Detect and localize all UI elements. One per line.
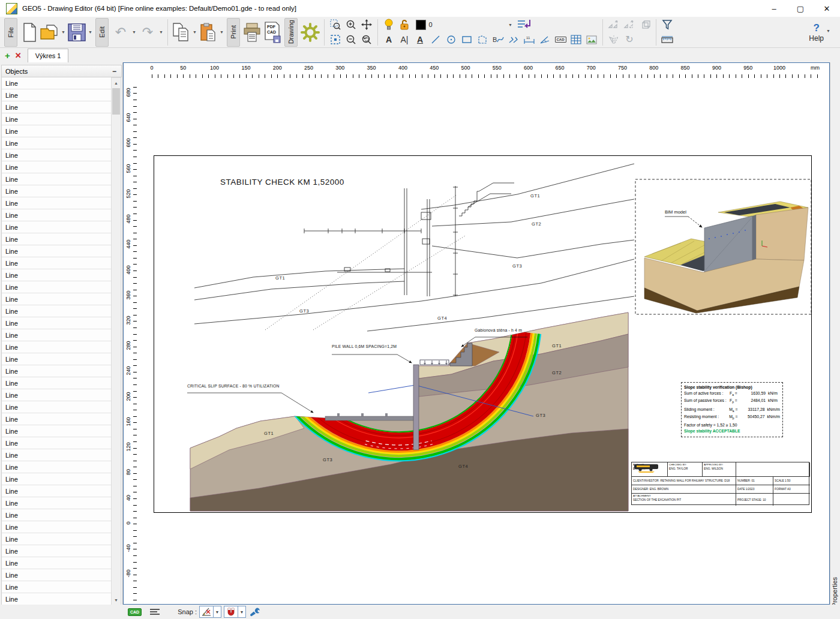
- object-list-item[interactable]: Line: [2, 413, 111, 425]
- object-list-item[interactable]: Line: [2, 473, 111, 485]
- object-list-item[interactable]: Line: [2, 401, 111, 413]
- object-list-item[interactable]: Line: [2, 293, 111, 305]
- scroll-down-icon[interactable]: ▼: [112, 595, 121, 605]
- line-style-icon[interactable]: [150, 608, 161, 616]
- paste-button[interactable]: [198, 19, 218, 46]
- object-list-item[interactable]: Line: [2, 461, 111, 473]
- object-list-item[interactable]: Line: [2, 101, 111, 113]
- help-button[interactable]: ? Help: [809, 22, 824, 43]
- table-tool[interactable]: [568, 32, 584, 47]
- copy-object-icon[interactable]: [606, 17, 622, 32]
- dimension-tool[interactable]: 11: [521, 32, 537, 47]
- scroll-up-icon[interactable]: ▲: [112, 78, 121, 88]
- move-object-icon[interactable]: [622, 17, 637, 32]
- object-list-item[interactable]: Line: [2, 341, 111, 353]
- object-list-item[interactable]: Line: [2, 377, 111, 389]
- measure-ruler-icon[interactable]: [659, 32, 675, 47]
- zoom-previous-icon[interactable]: [359, 32, 374, 47]
- image-tool[interactable]: [584, 32, 599, 47]
- mirror-icon[interactable]: [606, 32, 622, 47]
- object-list-item[interactable]: Line: [2, 137, 111, 149]
- object-list-item[interactable]: Line: [2, 533, 111, 545]
- object-list-item[interactable]: Line: [2, 197, 111, 209]
- object-list-item[interactable]: Line: [2, 545, 111, 557]
- snap-mode-dropdown[interactable]: ▼: [214, 606, 221, 618]
- copy-3d-icon[interactable]: [637, 17, 653, 32]
- object-list-item[interactable]: Line: [2, 185, 111, 197]
- undo-dropdown[interactable]: ▼: [131, 19, 137, 46]
- magnet-snap-button[interactable]: [224, 606, 238, 618]
- object-list-item[interactable]: Line: [2, 77, 111, 89]
- help-dropdown[interactable]: ▼: [825, 22, 832, 40]
- text-tool[interactable]: A: [381, 32, 397, 47]
- object-list-item[interactable]: Line: [2, 89, 111, 101]
- polyline-tool[interactable]: [506, 32, 521, 47]
- object-list-item[interactable]: Line: [2, 281, 111, 293]
- rectangle-tool[interactable]: [459, 32, 475, 47]
- open-dropdown[interactable]: ▼: [60, 19, 67, 46]
- copy-button[interactable]: [171, 19, 191, 46]
- settings-wrench-icon[interactable]: [248, 606, 263, 618]
- rotate-icon[interactable]: ↻: [622, 32, 637, 47]
- tab-vykres-1[interactable]: Výkres 1: [28, 49, 69, 62]
- zoom-out-icon[interactable]: [343, 32, 359, 47]
- style-dropdown[interactable]: ▼: [507, 17, 514, 32]
- close-button[interactable]: ✕: [814, 0, 840, 17]
- drawing-sheet[interactable]: STABILITY CHECK KM 1,52000 GT1GT2GT3GT1G…: [154, 155, 812, 513]
- pan-icon[interactable]: [359, 17, 374, 32]
- object-list-item[interactable]: Line: [2, 389, 111, 401]
- bezier-tool[interactable]: B: [490, 32, 506, 47]
- object-list-item[interactable]: Line: [2, 509, 111, 521]
- object-list-item[interactable]: Line: [2, 209, 111, 221]
- object-list-item[interactable]: Line: [2, 317, 111, 329]
- object-list-item[interactable]: Line: [2, 569, 111, 581]
- cad-mode-icon[interactable]: CAD: [128, 608, 142, 616]
- new-file-button[interactable]: [19, 19, 40, 46]
- object-list-item[interactable]: Line: [2, 425, 111, 437]
- object-list-item[interactable]: Line: [2, 257, 111, 269]
- filter-icon[interactable]: [659, 17, 675, 32]
- line-tool[interactable]: [428, 32, 443, 47]
- zoom-in-icon[interactable]: [343, 17, 359, 32]
- snap-mode-button[interactable]: [199, 606, 214, 618]
- redo-dropdown[interactable]: ▼: [158, 19, 164, 46]
- pdf-cad-export-button[interactable]: PDFCAD: [262, 19, 283, 46]
- print-button[interactable]: [242, 19, 262, 46]
- text-leader-tool[interactable]: A: [412, 32, 428, 47]
- redo-button[interactable]: ↷: [137, 19, 158, 46]
- object-list-item[interactable]: Line: [2, 245, 111, 257]
- object-list-item[interactable]: Line: [2, 497, 111, 509]
- maximize-button[interactable]: ▢: [787, 0, 814, 17]
- objects-scrollbar[interactable]: ▲ ▼: [111, 77, 121, 605]
- layers-import-icon[interactable]: [514, 17, 534, 32]
- object-list-item[interactable]: Line: [2, 305, 111, 317]
- object-list-item[interactable]: Line: [2, 173, 111, 185]
- scrollbar-thumb[interactable]: [112, 88, 120, 115]
- zoom-extents-icon[interactable]: [328, 32, 343, 47]
- open-file-button[interactable]: [40, 19, 60, 46]
- angle-dimension-tool[interactable]: [537, 32, 553, 47]
- drawing-canvas[interactable]: 0501001502002503003504004505005506006507…: [123, 62, 830, 605]
- object-list-item[interactable]: Line: [2, 557, 111, 569]
- object-list-item[interactable]: Line: [2, 437, 111, 449]
- object-list-item[interactable]: Line: [2, 149, 111, 161]
- copy-dropdown[interactable]: ▼: [191, 19, 198, 46]
- text-edit-tool[interactable]: A|: [397, 32, 412, 47]
- properties-tab[interactable]: Properties: [831, 577, 838, 607]
- settings-gear-button[interactable]: [299, 19, 321, 46]
- object-list-item[interactable]: Line: [2, 365, 111, 377]
- paste-dropdown[interactable]: ▼: [218, 19, 225, 46]
- object-list-item[interactable]: Line: [2, 593, 111, 605]
- object-list-item[interactable]: Line: [2, 353, 111, 365]
- close-tab-button[interactable]: ✕: [15, 51, 22, 60]
- color-selector[interactable]: 0: [412, 17, 436, 32]
- visibility-bulb-icon[interactable]: [381, 17, 397, 32]
- object-list-item[interactable]: Line: [2, 329, 111, 341]
- lock-icon[interactable]: [397, 17, 412, 32]
- object-list-item[interactable]: Line: [2, 449, 111, 461]
- object-list-item[interactable]: Line: [2, 113, 111, 125]
- collapse-panel-button[interactable]: −: [112, 67, 116, 76]
- magnet-snap-dropdown[interactable]: ▼: [238, 606, 246, 618]
- object-list-item[interactable]: Line: [2, 161, 111, 173]
- save-button[interactable]: [67, 19, 87, 46]
